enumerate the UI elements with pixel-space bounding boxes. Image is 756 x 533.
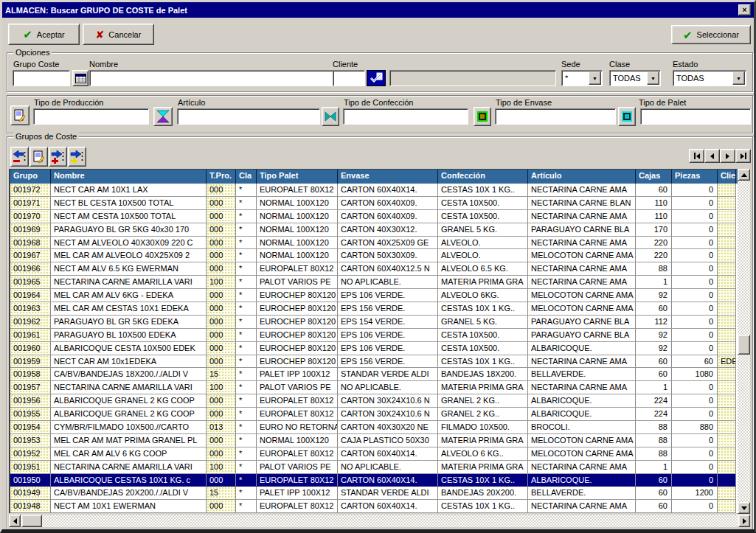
seleccionar-button[interactable]: ✔ Seleccionar [671,25,751,44]
table-row[interactable]: 001967MEL CAR AM ALVEOLO 40X25X09 2000*N… [10,249,738,262]
chevron-down-icon[interactable]: ▼ [647,72,659,85]
column-header[interactable]: Cajas [636,170,672,184]
close-icon[interactable]: × [738,4,751,15]
tipo-confeccion-browse-button[interactable] [322,107,339,126]
cell: ALVEOLO. [438,249,528,262]
table-row[interactable]: 001966NECT AM ALV 6.5 KG EWERMAN000*EURO… [10,262,738,276]
tipo-confeccion-input[interactable] [343,108,468,125]
cell: 0 [672,184,718,197]
add-special-row-button[interactable] [68,147,86,167]
grupo-coste-input[interactable] [13,70,70,86]
remove-row-button[interactable] [10,147,29,167]
tipo-produccion-browse-button[interactable] [10,105,30,125]
cell: 001957 [10,381,51,394]
table-row[interactable]: 001972NECT CAR AM 10X1 LAX000*EUROPALET … [10,184,738,197]
table-row[interactable]: 001961PARAGUAYO BL 10X500 EDEKA000*EUROC… [10,329,738,342]
column-header[interactable]: Grupo [10,170,51,184]
cancelar-button[interactable]: ✘ Cancelar [83,24,154,45]
column-header[interactable]: Nombre [51,170,207,184]
table-row[interactable]: 001969PARAGUAYO BL GR 5KG 40x30 170000*N… [10,223,738,237]
tipo-produccion-input[interactable] [33,108,149,125]
vertical-scrollbar[interactable] [738,169,750,514]
table-row[interactable]: 001959NECT CAR AM 10x1EDEKA000*EUROCHEP … [10,355,738,369]
column-header[interactable]: Artículo [528,170,636,184]
table-row[interactable]: 001970NECT AM CESTA 10X500 TOTAL000*NORM… [10,210,738,223]
scroll-down-button[interactable] [738,502,750,514]
cell [718,302,736,316]
tipo-envase-input[interactable] [495,108,616,125]
cell: * [236,421,257,434]
table-row[interactable]: 001965NECTARINA CARNE AMARILLA VARI100*P… [10,276,738,289]
tipo-palet-browse-button[interactable] [618,107,636,126]
table-row[interactable]: 001949CA/BV/BANDEJAS 20X200././ALDI V15*… [10,487,738,500]
scroll-left-button[interactable] [9,515,21,527]
table-row[interactable]: 001948NECT AM 10X1 EWERMAN000*EUROPALET … [10,500,738,513]
nav-next-button[interactable] [720,149,735,163]
articulo-browse-button[interactable] [153,107,173,126]
cell: CAJA PLASTICO 50X30 [338,434,438,447]
table-row[interactable]: 001956ALBARICOQUE GRANEL 2 KG COOP000*EU… [10,394,738,408]
cell: 60 [636,302,672,316]
vertical-scroll-thumb[interactable] [738,335,750,355]
cell: EUROCHEP 80X120 [257,289,338,302]
tipo-palet-input[interactable] [640,108,751,125]
nav-last-button[interactable] [735,149,751,163]
aceptar-button[interactable]: ✔ Aceptar [8,24,80,45]
articulo-input[interactable] [177,108,320,125]
table-row[interactable]: 001962PARAGUAYO BL GR 5KG EDEKA000*EUROC… [10,316,738,329]
table-row[interactable]: 001964MEL CAR AM ALV 6KG - EDEKA000*EURO… [10,289,738,302]
tipo-envase-browse-button[interactable] [474,107,491,126]
edit-row-button[interactable] [30,147,48,167]
sede-select[interactable]: * ▼ [561,70,603,86]
table-row[interactable]: 001958CA/BV/BANDEJAS 18X200././ALDI V15*… [10,368,738,381]
cost-groups-table: GrupoNombreT.Pro.ClaTipo PaletEnvaseConf… [9,169,738,513]
chevron-down-icon[interactable]: ▼ [589,72,601,85]
table-row[interactable]: 001963MEL CAR AM CESTAS 10X1 EDEKA000*EU… [10,302,738,316]
clase-select[interactable]: TODAS ▼ [609,70,661,86]
cell: EUROCHEP 80X120 [257,355,338,369]
cliente-code-input[interactable] [333,70,365,86]
scroll-up-button[interactable] [738,169,750,181]
table-row[interactable]: 001971NECT BL CESTA 10X500 TOTAL000*NORM… [10,197,738,210]
column-header[interactable]: Cla [236,170,257,184]
table-row[interactable]: 001950ALBARICOQUE CESTAS 10X1 KG. c000*E… [10,474,738,487]
cliente-check-icon[interactable] [367,70,386,86]
column-header[interactable]: Tipo Palet [257,170,338,184]
cell: CESTAS 10X 1 KG.. [438,500,528,513]
cell [718,197,736,210]
cell: 60 [636,368,672,381]
table-row[interactable]: 001954CYM/BR/FILMADO 10X500.//CARTO013*E… [10,421,738,434]
grupo-coste-browse-button[interactable] [72,70,89,86]
column-header[interactable]: Confección [438,170,528,184]
cell: 001958 [10,368,51,381]
table-row[interactable]: 001953MEL CAR AM MAT PRIMA GRANEL PL000*… [10,434,738,447]
table-row[interactable]: 001952MEL CAR AM ALV 6 KG COOP000*EUROPA… [10,447,738,461]
cell: 001969 [10,223,51,237]
cell: BELLAVERDE. [528,487,636,500]
seleccionar-label: Seleccionar [697,30,739,39]
cell: NECTARINA CARNE AMA [528,355,636,369]
scroll-right-button[interactable] [738,515,750,527]
column-header[interactable]: T.Pro. [207,170,236,184]
column-header[interactable]: Piezas [672,170,718,184]
add-row-button[interactable] [49,147,67,167]
cell: NECTARINA CARNE AMA [528,500,636,513]
nav-first-button[interactable] [689,149,704,163]
table-row[interactable]: 001960ALBARICOQUE CESTA 10X500 EDEK000*E… [10,342,738,355]
chevron-down-icon[interactable]: ▼ [732,72,745,85]
title-bar[interactable]: ALMACEN: Buscar GRUPO DE COSTE de Palet … [2,2,754,18]
table-row[interactable]: 001951NECTARINA CARNE AMARILLA VARI100*P… [10,461,738,474]
table-row[interactable]: 001968NECT AM ALVEOLO 40X30X09 220 C000*… [10,237,738,250]
nombre-input[interactable] [89,70,334,86]
horizontal-scroll-thumb[interactable] [21,515,42,527]
table-row[interactable]: 001955ALBARICOQUE GRANEL 2 KG COOP000*EU… [10,408,738,421]
horizontal-scrollbar[interactable] [9,515,750,527]
estado-select[interactable]: TODAS ▼ [673,70,746,86]
cell: * [236,329,257,342]
table-row[interactable]: 001957NECTARINA CARNE AMARILLA VARI100*P… [10,381,738,394]
column-header[interactable]: Envase [338,170,438,184]
column-header[interactable]: Clie [718,170,736,184]
cell: MELOCOTON CARNE AMA [528,447,636,461]
cell: PARAGUAYO BL GR 5KG 40x30 170 [51,223,207,237]
nav-previous-button[interactable] [704,149,720,163]
